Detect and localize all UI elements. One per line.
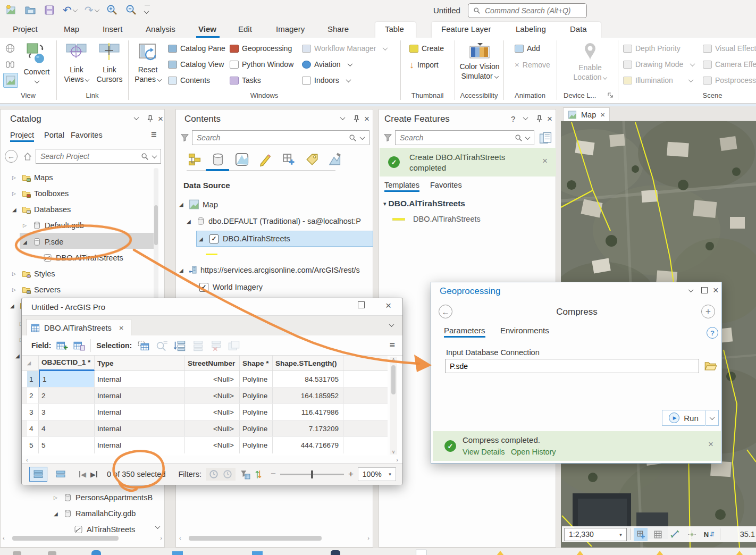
expand-icon[interactable]: ▷ [54,495,60,500]
taskbar-icon[interactable] [48,551,56,555]
column-header-type[interactable]: Type [95,356,185,371]
taskbar-icon[interactable] [172,551,183,555]
collapse-icon[interactable]: ◢ [10,303,16,309]
create-features-collapse-icon[interactable] [523,115,528,120]
create-features-help-icon[interactable]: ? [511,114,515,123]
undo-icon[interactable]: ↶ [63,5,72,15]
contents-search[interactable] [192,130,369,145]
table-row[interactable]: 4 4 Internal <Null> Polyline 7.173209 [22,421,388,437]
color-vision-simulator-button[interactable]: Color Vision Simulator [457,42,502,81]
expand-icon[interactable]: ▷ [12,175,19,180]
last-record-button[interactable]: ▶ [90,470,97,478]
contents-horizontal-scrollbar[interactable]: ‹ › [179,534,369,542]
command-search[interactable] [468,3,587,18]
tree-item-styles[interactable]: ▷ Styles [12,267,55,281]
table-menu-icon[interactable]: ≡ [389,340,395,351]
collapse-icon[interactable]: ▾ [383,200,387,207]
filter-rows-icon[interactable] [240,469,250,480]
home-icon[interactable] [23,152,32,161]
snapping-icon[interactable] [281,152,296,167]
run-button[interactable]: ▶ Run [662,410,705,426]
measure-button[interactable] [668,528,682,541]
tab-list-dropdown-icon[interactable] [389,322,394,327]
catalog-tab-project[interactable]: Project [10,131,34,142]
tab-insert[interactable]: Insert [103,24,123,33]
new-project-icon[interactable] [5,4,17,16]
template-group-header[interactable]: ▾ DBO.AlTirahStreets [383,199,465,208]
table-tab-close-icon[interactable]: × [119,324,124,332]
select-by-attributes-icon[interactable] [137,340,150,351]
row-number[interactable]: 4 [27,421,39,436]
geoprocessing-close-icon[interactable]: × [713,285,719,295]
bookmarks-icon[interactable] [5,60,15,69]
catalog-vertical-scrollbar[interactable] [154,168,158,301]
redo-dropdown-icon[interactable] [94,7,99,12]
row-number[interactable]: 3 [27,404,39,420]
browse-folder-icon[interactable] [704,361,717,371]
notification-close-icon[interactable]: × [708,440,713,449]
create-features-search[interactable] [395,130,534,145]
expand-icon[interactable]: ▷ [12,191,19,196]
reset-panes-button[interactable]: Reset Panes [132,42,163,84]
snapping-button[interactable] [685,528,699,541]
tab-imagery[interactable]: Imagery [276,24,305,33]
switch-selection-icon[interactable] [173,340,186,351]
taskbar-icon[interactable] [576,551,584,555]
create-thumbnail-button[interactable]: Create [409,44,444,53]
indoors-button[interactable]: Indoors [302,76,350,85]
maximize-icon[interactable] [358,301,365,308]
create-features-search-dropdown-icon[interactable] [525,134,531,140]
save-project-icon[interactable] [44,4,55,16]
expand-icon[interactable]: ▷ [12,271,19,276]
filter-icon[interactable] [180,133,189,142]
column-header-objectid[interactable]: OBJECTID_1 * [39,356,95,371]
table-document-tab[interactable]: DBO.AlTirahStreets × [26,319,131,336]
catalog-search[interactable] [36,149,161,164]
taskbar-icon[interactable] [331,550,340,555]
taskbar-icon[interactable] [416,550,426,555]
tree-item-toolboxes[interactable]: ▷ Toolboxes [12,187,69,200]
contents-pin-icon[interactable] [352,115,360,123]
time-filter-icon[interactable] [209,469,219,479]
contents-item-layer[interactable]: ◢ ✓ DBO.AlTirahStreets [196,231,373,247]
table-horizontal-scrollbar[interactable]: ‹› [26,456,398,463]
map-view-button[interactable] [3,73,18,88]
row-number[interactable]: 1 [27,371,39,387]
tab-view[interactable]: View [198,24,216,33]
catalog-horizontal-scrollbar[interactable]: ‹ › [3,534,162,542]
add-to-model-button[interactable]: + [701,305,715,318]
remove-animation-button[interactable]: ×Remove [515,60,550,69]
catalog-tab-portal[interactable]: Portal [44,131,64,139]
catalog-menu-icon[interactable]: ≡ [151,129,157,140]
collapse-icon[interactable]: ◢ [179,201,186,207]
delete-selection-icon[interactable] [209,340,222,351]
template-properties-icon[interactable] [539,131,552,145]
drawing-mode-button[interactable]: Drawing Mode [623,60,694,69]
collapse-icon[interactable]: ◢ [12,207,19,213]
add-animation-button[interactable]: Add [515,44,540,53]
filter-icon[interactable] [383,133,392,142]
depth-priority-button[interactable]: Depth Priority [623,44,681,53]
collapse-icon[interactable]: ◢ [23,239,29,245]
camera-effects-button[interactable]: Camera Effects [703,60,756,69]
row-number[interactable]: 2 [27,388,39,403]
contents-item-connection[interactable]: ◢ dbo.DEFAULT (Traditional) - sa@localho… [187,215,361,228]
taskbar-icon[interactable] [497,551,504,555]
contents-search-input[interactable] [192,133,349,142]
tree-item-personsappartments[interactable]: ▷ PersonsAppartmentsB [54,491,153,504]
copy-rows-icon[interactable] [228,340,240,351]
link-cursors-button[interactable]: Link Cursors [94,42,125,84]
catalog-pane-button[interactable]: Catalog Pane [168,44,225,53]
tab-project[interactable]: Project [13,24,38,33]
table-row[interactable]: 5 5 Internal <Null> Polyline 444.716679 [22,437,388,453]
labeling-icon[interactable] [305,152,320,167]
contents-item-service[interactable]: ◢ https://services.arcgisonline.com/ArcG… [179,264,372,276]
taskbar-icon[interactable] [13,551,21,555]
corner-cell[interactable]: ◢ [27,356,39,371]
customize-quick-access-icon[interactable] [145,5,150,16]
table-zoom-slider[interactable] [280,474,344,475]
geoprocessing-button[interactable]: Geoprocessing [230,44,292,53]
collapse-icon[interactable]: ◢ [54,511,60,517]
convert-button[interactable]: Convert [20,42,53,86]
table-row[interactable]: 3 3 Internal <Null> Polyline 116.417986 [22,404,388,421]
